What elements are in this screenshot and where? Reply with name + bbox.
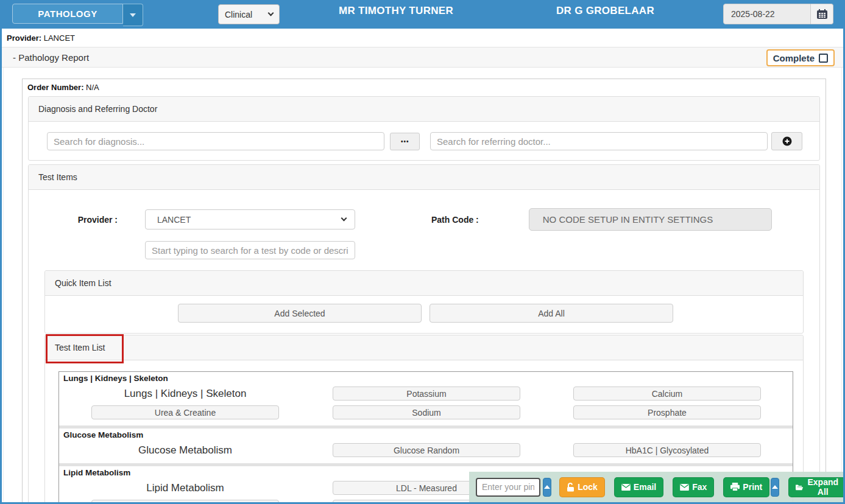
expand-all-button[interactable]: Expand All: [788, 477, 845, 497]
test-row: Urea & CreatineSodiumProsphate: [59, 405, 793, 419]
clinical-select-value: Clinical: [225, 10, 252, 19]
envelope-icon: [680, 484, 689, 491]
quick-item-list-panel: Quick Item List Add Selected Add All: [44, 270, 804, 334]
test-item-button[interactable]: Calcium: [573, 387, 761, 401]
test-cell: Lipogram: [59, 500, 311, 504]
quick-item-list-title: Quick Item List: [45, 271, 803, 296]
patient-name: MR TIMOTHY TURNER: [339, 5, 453, 17]
module-dropdown-button[interactable]: PATHOLOGY: [12, 4, 123, 24]
module-dropdown-caret[interactable]: [123, 4, 143, 26]
provider-label: Provider:: [7, 33, 41, 43]
order-number: Order Number: N/A: [23, 79, 826, 94]
provider-select-value: LANCET: [157, 215, 191, 225]
quick-item-list-body: Add Selected Add All: [45, 296, 803, 333]
diagnosis-search-input[interactable]: [47, 132, 384, 150]
test-item-list-title: Test Item List: [55, 343, 105, 352]
date-group: [723, 4, 833, 24]
plus-circle-icon: [782, 136, 792, 146]
add-selected-button[interactable]: Add Selected: [178, 304, 422, 323]
test-cell: Glucose Metabolism: [59, 444, 311, 457]
report-header[interactable]: - Pathology Report Complete: [2, 47, 843, 68]
provider-value: LANCET: [44, 33, 75, 43]
test-row: Glucose MetabolismGlucose RandomHbA1C | …: [59, 443, 793, 457]
pathology-page: PATHOLOGY Clinical MR TIMOTHY TURNER DR …: [0, 0, 845, 504]
provider-select[interactable]: LANCET: [145, 209, 355, 229]
add-all-button[interactable]: Add All: [430, 304, 673, 323]
test-cell: Lungs | Kidneys | Skeleton: [59, 388, 311, 400]
test-item-button[interactable]: Sodium: [333, 405, 520, 419]
referring-doctor-search-input[interactable]: [430, 132, 768, 150]
email-button[interactable]: Email: [614, 477, 663, 497]
report-body: Order Number: N/A Diagnosis and Referrin…: [3, 68, 842, 502]
pin-toolbar: Lock Email Fax Print: [469, 472, 845, 502]
provider-row: Provider : LANCET Path Code : NO CODE SE…: [29, 208, 819, 231]
test-item-button[interactable]: Lipogram: [91, 500, 279, 504]
print-label: Print: [743, 482, 762, 492]
test-cell: Lipid Metabolism: [59, 482, 311, 494]
test-group-label: Lungs | Kidneys | Skeleton: [124, 388, 247, 400]
lock-button[interactable]: Lock: [559, 477, 605, 497]
path-code-label: Path Code :: [431, 215, 479, 225]
test-cell: HbA1C | Glycosylated: [542, 443, 793, 457]
test-group: Glucose MetabolismGlucose MetabolismGluc…: [59, 425, 793, 463]
complete-label: Complete: [773, 53, 815, 63]
test-search-input[interactable]: [145, 241, 355, 259]
order-box: Order Number: N/A Diagnosis and Referrin…: [22, 79, 826, 504]
test-cell: Calcium: [542, 387, 793, 401]
caret-up-icon: [544, 485, 550, 489]
test-item-button[interactable]: Glucose Random: [333, 443, 520, 457]
envelope-icon: [621, 484, 631, 491]
test-cell: Sodium: [311, 405, 542, 419]
complete-checkbox[interactable]: [819, 54, 828, 63]
print-button[interactable]: Print: [723, 477, 769, 497]
path-code-field: NO CODE SETUP IN ENTITY SETTINGS: [529, 208, 772, 231]
diagnosis-panel: Diagnosis and Referring Doctor •••: [28, 96, 820, 161]
diagnosis-panel-title: Diagnosis and Referring Doctor: [29, 97, 819, 122]
test-item-list-header: Test Item List: [45, 335, 803, 360]
top-header-bar: PATHOLOGY Clinical MR TIMOTHY TURNER DR …: [2, 0, 843, 29]
order-number-value: N/A: [86, 83, 99, 92]
caret-up-icon: [772, 485, 778, 489]
print-options-caret-button[interactable]: [771, 478, 779, 497]
fax-label: Fax: [692, 482, 707, 492]
clinical-select[interactable]: Clinical: [218, 4, 280, 24]
test-cell: Potassium: [311, 387, 542, 401]
email-label: Email: [634, 482, 656, 492]
test-group-label: Glucose Metabolism: [138, 444, 232, 457]
date-input[interactable]: [723, 4, 811, 24]
test-provider-label: Provider :: [29, 215, 118, 225]
fax-button[interactable]: Fax: [673, 477, 714, 497]
test-cell: Urea & Creatine: [59, 405, 311, 419]
test-group-header: Lungs | Kidneys | Skeleton: [59, 372, 793, 384]
test-group-header: Glucose Metabolism: [59, 429, 793, 441]
printer-icon: [730, 483, 740, 491]
test-group-label: Lipid Metabolism: [146, 482, 224, 494]
folder-open-icon: [796, 483, 803, 491]
test-item-button[interactable]: HbA1C | Glycosylated: [573, 443, 761, 457]
test-cell: Prosphate: [542, 405, 793, 419]
test-item-button[interactable]: Urea & Creatine: [91, 405, 279, 419]
test-search-row: [145, 241, 819, 259]
module-dropdown: PATHOLOGY: [12, 4, 143, 26]
test-group: Lungs | Kidneys | SkeletonLungs | Kidney…: [59, 372, 793, 425]
unlock-icon: [567, 483, 575, 492]
complete-button[interactable]: Complete: [766, 49, 835, 66]
caret-down-icon: [130, 13, 136, 17]
test-items-title: Test Items: [29, 165, 819, 190]
provider-bar: Provider: LANCET: [2, 29, 843, 47]
test-item-button[interactable]: Prosphate: [573, 405, 761, 419]
lock-label: Lock: [578, 482, 598, 492]
test-item-button[interactable]: Potassium: [333, 387, 520, 401]
calendar-button[interactable]: [811, 4, 833, 24]
pin-input[interactable]: [476, 478, 540, 497]
pin-caret-button[interactable]: [543, 478, 551, 497]
diagnosis-more-button[interactable]: •••: [390, 133, 420, 150]
chevron-down-icon: [341, 215, 347, 222]
test-cell: Glucose Random: [311, 443, 542, 457]
test-row: Lungs | Kidneys | SkeletonPotassiumCalci…: [59, 387, 793, 401]
doctor-name: DR G GROBELAAR: [556, 5, 654, 17]
add-doctor-button[interactable]: [771, 132, 802, 150]
test-items-panel: Test Items Provider : LANCET Path Code :…: [28, 164, 820, 504]
calendar-icon: [817, 9, 827, 19]
diagnosis-row: •••: [29, 122, 819, 160]
